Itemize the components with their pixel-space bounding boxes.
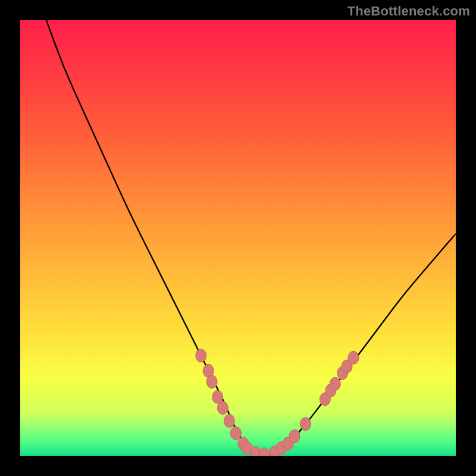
data-marker [300, 418, 311, 431]
data-marker [206, 375, 217, 389]
plot-area [20, 20, 456, 456]
data-marker [224, 414, 234, 427]
bottleneck-curve [20, 20, 456, 456]
data-marker [348, 351, 359, 364]
data-marker [259, 448, 270, 456]
watermark-text: TheBottleneck.com [347, 4, 470, 19]
data-marker [330, 377, 340, 390]
data-marker [289, 430, 300, 443]
data-marker [196, 349, 206, 362]
data-marker [230, 427, 241, 440]
data-marker [217, 401, 228, 414]
chart-frame: TheBottleneck.com [0, 0, 476, 476]
